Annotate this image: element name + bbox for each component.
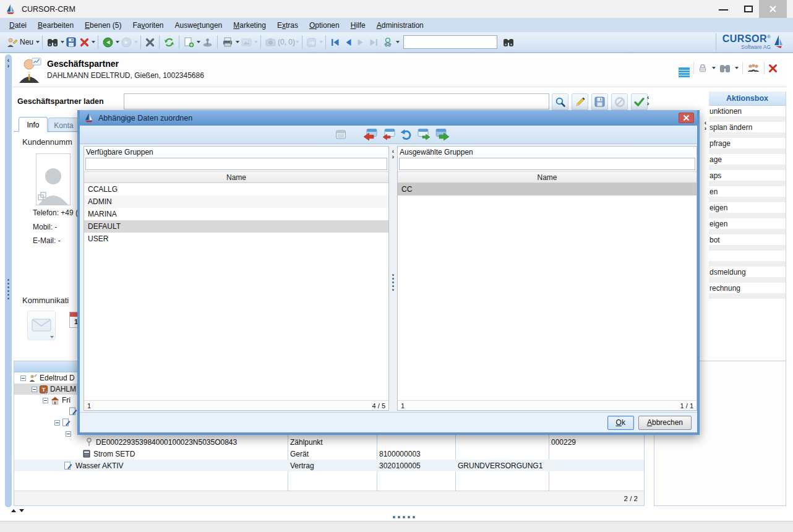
dialog-titlebar[interactable]: Abhängige Daten zuordnen bbox=[80, 110, 697, 126]
loader-collapse-icon[interactable]: ‹ bbox=[647, 95, 649, 100]
back-button[interactable] bbox=[101, 34, 115, 50]
person-search-button[interactable] bbox=[380, 34, 395, 50]
remove-selected-button[interactable] bbox=[381, 128, 396, 141]
menu-auswertungen[interactable]: Auswertungen bbox=[169, 19, 228, 32]
action-item[interactable]: bot bbox=[709, 234, 786, 251]
add-selected-button[interactable] bbox=[417, 128, 432, 141]
group-row[interactable]: USER bbox=[84, 233, 388, 245]
left-collapse-strip[interactable]: ‹ › bbox=[5, 54, 12, 507]
selected-filter-input[interactable] bbox=[399, 158, 695, 170]
email-action-button[interactable] bbox=[27, 311, 56, 340]
search-button[interactable] bbox=[45, 34, 60, 50]
panel-resize-arrows[interactable] bbox=[11, 509, 24, 512]
new-dropdown[interactable] bbox=[36, 41, 40, 43]
save-button[interactable] bbox=[64, 34, 78, 50]
action-item[interactable]: aps bbox=[709, 170, 786, 186]
delete-dropdown[interactable] bbox=[92, 41, 95, 43]
action-item[interactable]: splan ändern bbox=[709, 122, 786, 138]
close-button[interactable] bbox=[759, 0, 787, 18]
group-row-selected[interactable]: CC bbox=[398, 183, 697, 195]
export-dropdown[interactable] bbox=[319, 41, 323, 43]
quick-search-input[interactable] bbox=[403, 35, 497, 49]
header-search-button[interactable] bbox=[719, 64, 731, 73]
action-item[interactable]: unktionen bbox=[709, 106, 786, 122]
reset-button[interactable] bbox=[399, 128, 414, 141]
menu-favoriten[interactable]: Favoriten bbox=[127, 19, 169, 32]
forward-button[interactable] bbox=[119, 34, 134, 50]
print-button[interactable] bbox=[220, 34, 235, 50]
collapse-toggle[interactable] bbox=[20, 375, 26, 381]
action-item[interactable]: eigen bbox=[709, 218, 786, 234]
lock-button[interactable] bbox=[698, 63, 708, 73]
person-search-dropdown[interactable] bbox=[396, 41, 400, 43]
menu-marketing[interactable]: Marketing bbox=[228, 19, 272, 32]
remove-all-button[interactable] bbox=[363, 128, 378, 141]
action-item[interactable]: age bbox=[709, 154, 786, 170]
table-row[interactable]: DE000229353984000100023N5035O0843 Zählpu… bbox=[14, 436, 644, 448]
table-row[interactable]: Strom SETD Gerät 8100000003 bbox=[14, 448, 644, 460]
forward-dropdown[interactable] bbox=[134, 41, 138, 43]
image-dropdown[interactable] bbox=[254, 41, 258, 43]
action-item[interactable]: pfrage bbox=[709, 138, 786, 154]
export-button[interactable] bbox=[305, 34, 319, 50]
loader-save-button[interactable] bbox=[591, 93, 608, 110]
dialog-splitter[interactable]: ‹ › bbox=[389, 146, 397, 411]
ok-button[interactable]: Ok bbox=[607, 416, 634, 430]
maximize-button[interactable] bbox=[744, 6, 753, 12]
menu-hilfe[interactable]: Hilfe bbox=[345, 19, 371, 32]
available-column-header[interactable]: Name bbox=[84, 171, 388, 183]
group-row[interactable]: MARINA bbox=[84, 208, 388, 220]
nav-next-button[interactable] bbox=[354, 34, 367, 50]
loader-confirm-button[interactable] bbox=[631, 93, 648, 110]
loader-input[interactable] bbox=[124, 93, 549, 109]
email-action-dropdown[interactable] bbox=[50, 336, 54, 338]
collapse-toggle[interactable] bbox=[43, 398, 48, 403]
loader-edit-button[interactable] bbox=[572, 93, 588, 110]
new-button[interactable]: Neu bbox=[5, 34, 35, 50]
aktionsbox-collapse-strip[interactable]: ‹ › bbox=[703, 120, 708, 131]
nav-previous-button[interactable] bbox=[342, 34, 354, 50]
snapshot-button[interactable] bbox=[264, 34, 278, 50]
menu-administration[interactable]: Administration bbox=[371, 19, 429, 32]
nav-first-button[interactable] bbox=[328, 34, 342, 50]
collapse-toggle[interactable] bbox=[54, 420, 60, 426]
header-menu-button[interactable] bbox=[679, 67, 690, 69]
horizontal-splitter-handle[interactable] bbox=[392, 510, 416, 521]
selected-column-header[interactable]: Name bbox=[398, 171, 697, 183]
nav-last-button[interactable] bbox=[367, 34, 380, 50]
cancel-button[interactable]: Abbrechen bbox=[638, 416, 692, 430]
action-item[interactable]: en bbox=[709, 186, 786, 202]
menu-bearbeiten[interactable]: Bearbeiten bbox=[32, 19, 79, 32]
new-document-button[interactable] bbox=[182, 34, 196, 50]
group-row-selected[interactable]: DEFAULT bbox=[84, 220, 388, 233]
header-close-button[interactable] bbox=[768, 64, 778, 73]
find-button[interactable] bbox=[501, 34, 516, 50]
loader-search-button[interactable] bbox=[552, 93, 568, 110]
loader-expand-icon[interactable]: › bbox=[647, 101, 649, 106]
contact-photo[interactable] bbox=[36, 153, 71, 205]
action-item[interactable]: rechnung bbox=[709, 283, 786, 299]
tab-kontakt[interactable]: Konta bbox=[48, 118, 79, 132]
team-button[interactable] bbox=[747, 63, 760, 73]
delete-button[interactable] bbox=[78, 34, 91, 50]
menu-ebenen[interactable]: Ebenen (5) bbox=[79, 19, 127, 32]
action-item[interactable]: eigen bbox=[709, 202, 786, 218]
refresh-button[interactable] bbox=[162, 34, 176, 50]
loader-block-button[interactable] bbox=[611, 93, 628, 110]
controller-button[interactable] bbox=[200, 34, 215, 50]
image-button[interactable] bbox=[239, 34, 254, 50]
columns-button[interactable] bbox=[333, 128, 348, 141]
table-row[interactable]: Wasser AKTIV Vertrag 3020100005 GRUNDVER… bbox=[14, 460, 644, 471]
cancel-edit-button[interactable] bbox=[144, 34, 156, 50]
dialog-close-button[interactable] bbox=[679, 113, 694, 123]
action-item[interactable] bbox=[709, 251, 786, 267]
minimize-button[interactable] bbox=[719, 9, 728, 11]
collapse-toggle[interactable] bbox=[32, 387, 37, 392]
snapshot-dropdown[interactable] bbox=[296, 41, 299, 43]
tab-info[interactable]: Info bbox=[19, 117, 48, 132]
menu-optionen[interactable]: Optionen bbox=[304, 19, 345, 32]
header-search-dropdown[interactable] bbox=[735, 67, 739, 69]
group-row[interactable]: CCALLG bbox=[84, 183, 388, 195]
group-row[interactable]: ADMIN bbox=[84, 195, 388, 208]
add-all-button[interactable] bbox=[435, 128, 450, 141]
